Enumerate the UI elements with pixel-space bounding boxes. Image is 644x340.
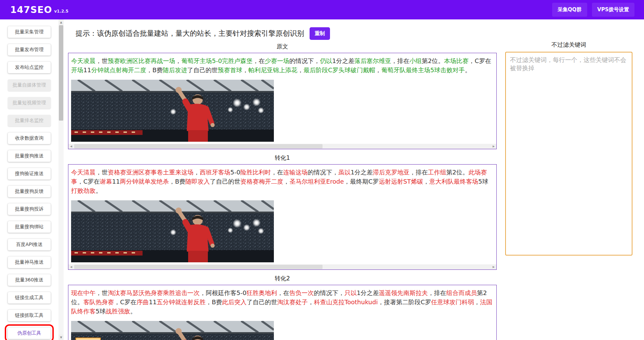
scroll-up-arrow[interactable]: ▲ — [59, 19, 64, 25]
plain-run: ， — [474, 298, 480, 306]
plain-run: ，世 — [96, 289, 108, 296]
plain-run: 的情况下， — [289, 57, 320, 64]
sidebar-item-batch-sogou-complaint[interactable]: 批量搜狗投诉 — [8, 203, 51, 215]
qq-group-link[interactable]: 采集QQ群 — [552, 3, 587, 17]
plain-run: ，B费 — [146, 66, 163, 74]
panel-title: 转化2 — [68, 275, 497, 282]
highlighted-run: 谢幕 — [100, 178, 112, 185]
highlighted-run: 分钟就点射梅开二度 — [91, 66, 146, 74]
plain-run: ，B费 — [205, 298, 222, 306]
sidebar-item-batch-sogou-bind-site[interactable]: 批量搜狗绑站 — [8, 221, 51, 233]
brand-logo: 147SEO — [10, 4, 52, 15]
highlighted-run: 远射远射ST烯碳 — [379, 178, 423, 185]
scroll-down-arrow[interactable]: ▼ — [59, 335, 64, 340]
highlighted-run: 组合而成员 — [446, 289, 477, 296]
panel-content[interactable]: 今天凌晨，世预赛欧洲区比赛再战一场，葡萄牙主场5-0完胜卢森堡，在少赛一场的情况… — [68, 53, 497, 149]
scroll-left-arrow[interactable]: ◀ — [68, 264, 74, 269]
sidebar-item-batch-shenma-push[interactable]: 批量神马推送 — [8, 257, 51, 268]
sidebar-item-index-data-query[interactable]: 收录数据查询 — [8, 133, 51, 144]
scroll-right-arrow[interactable]: ▶ — [491, 264, 496, 269]
highlighted-run: 五分钟就连射反胜 — [156, 298, 205, 306]
highlighted-run: 序曲 — [137, 298, 149, 306]
plain-run: 1分之差 — [350, 169, 373, 176]
scrollbar-thumb[interactable] — [59, 25, 63, 121]
highlighted-run: 开场 — [71, 66, 83, 74]
sidebar-item-batch-ranking-monitor[interactable]: 批量排名监控 — [8, 115, 51, 126]
sidebar-item-baidu-api-push[interactable]: 百度API推送 — [8, 239, 51, 250]
scroll-left-arrow[interactable]: ◀ — [68, 144, 74, 149]
panel-title: 原文 — [68, 43, 497, 50]
sidebar-item-label: 链接生成工具 — [15, 295, 44, 301]
highlighted-run: 预赛欧洲区比赛再战一场 — [108, 57, 175, 64]
sidebar-item-label: 百度API推送 — [16, 242, 43, 248]
plain-run: ，B费 — [169, 178, 185, 185]
plain-run: 。 — [96, 187, 102, 194]
sidebar-item-publish-site-monitor[interactable]: 发布站点监控 — [8, 62, 51, 73]
sidebar-item-batch-sogou-push[interactable]: 批量搜狗推送 — [8, 150, 51, 162]
panel-content[interactable]: 现在中午，世淘汰赛马瑟沃热身赛乘胜追击一次，阿根廷作客5-0狂胜奥地利，在告负一… — [68, 285, 497, 340]
highlighted-run: 西班牙客场 — [200, 169, 230, 176]
sidebar-item-batch-360-push[interactable]: 批量360推送 — [8, 274, 51, 286]
highlighted-run: 此后突入 — [222, 298, 247, 306]
highlighted-run: 葡萄牙队最终主场5球击败对手 — [381, 66, 465, 74]
article-image — [71, 321, 274, 340]
highlighted-run: 淘汰赛处子 — [277, 298, 308, 306]
sidebar: 批量采集管理 批量发布管理 发布站点监控 批量自媒体管理 批量短视频管理 批量排… — [0, 19, 59, 340]
highlighted-run: 今天凌晨 — [71, 57, 96, 64]
sidebar-item-batch-publish-manage[interactable]: 批量发布管理 — [8, 44, 51, 56]
highlighted-run: 工作组 — [428, 169, 446, 176]
plain-run: ，C罗在 — [468, 57, 491, 64]
highlighted-run: 圣马尔坦利亚Erode — [290, 178, 344, 185]
highlighted-run: 最后阶段C罗头球破门戴帽 — [303, 66, 375, 74]
sidebar-item-batch-collect-manage[interactable]: 批量采集管理 — [8, 26, 51, 38]
plain-run: 5球 — [96, 308, 105, 315]
sidebar-item-batch-self-media-manage[interactable]: 批量自媒体管理 — [8, 79, 51, 91]
article-image — [71, 80, 274, 142]
sidebar-item-link-grab-tool[interactable]: 链接抓取工具 — [8, 310, 51, 321]
highlighted-run: 现在中午 — [71, 289, 96, 296]
plain-run: ， — [297, 66, 303, 74]
highlighted-run: 资格赛梅开二度 — [241, 178, 283, 185]
page-vertical-scrollbar[interactable]: ▲ ▼ — [59, 19, 64, 340]
highlighted-run: 少赛一场 — [265, 57, 289, 64]
keyword-filter-textarea[interactable] — [505, 52, 632, 256]
plain-run: 1分之差 — [357, 289, 379, 296]
highlighted-run: 随后攻进 — [163, 66, 187, 74]
sidebar-item-pseudo-original-tool[interactable]: 伪原创工具 — [8, 327, 51, 339]
vps-dial-settings-link[interactable]: VPS拨号设置 — [592, 3, 634, 17]
plain-run: 第2位。 — [422, 57, 444, 64]
sidebar-item-batch-short-video-manage[interactable]: 批量短视频管理 — [8, 97, 51, 109]
highlighted-run: 客队热身赛 — [83, 298, 114, 306]
plain-run: ，C罗在 — [77, 178, 100, 185]
plain-run: ， — [194, 169, 200, 176]
highlighted-run: 葡萄牙主场5-0完胜卢森堡 — [181, 57, 252, 64]
article-text: 今天清晨，世资格赛亚洲区赛事卷土重来这场，西班牙客场5-0险胜比利时，在连输这场… — [71, 168, 494, 195]
sidebar-item-label: 批量自媒体管理 — [13, 82, 46, 88]
highlighted-run: 狂胜奥地利 — [246, 289, 277, 296]
plain-run: 阿根廷作客5-0 — [206, 289, 246, 296]
sidebar-item-batch-sogou-feedback[interactable]: 批量搜狗反馈 — [8, 186, 51, 197]
remake-button[interactable]: 重制 — [310, 27, 330, 40]
panel-content[interactable]: 今天清晨，世资格赛亚洲区赛事卷土重来这场，西班牙客场5-0险胜比利时，在连输这场… — [68, 164, 497, 270]
sidebar-item-label: 收录数据查询 — [15, 135, 44, 141]
plain-run: 第2位。 — [446, 169, 468, 176]
highlighted-run: 淘汰赛马瑟沃热身赛乘胜追击一次 — [108, 289, 200, 296]
highlighted-run: 战胜强敌 — [105, 308, 130, 315]
sidebar-item-label: 批量发布管理 — [15, 47, 44, 53]
plain-run: 11 — [83, 66, 91, 74]
plain-run: ， — [423, 178, 429, 185]
scrollbar-thumb[interactable] — [74, 265, 323, 269]
highlighted-run: 资格赛亚洲区赛事卷土重来这场 — [108, 169, 194, 176]
horizontal-scrollbar[interactable]: ◀ ▶ — [68, 264, 496, 269]
plain-run: ， — [242, 66, 248, 74]
sidebar-item-link-generate-tool[interactable]: 链接生成工具 — [8, 292, 51, 304]
highlighted-run: 仍以 — [320, 57, 332, 64]
sidebar-item-sogou-verify-push[interactable]: 搜狗验证推送 — [8, 168, 51, 180]
highlighted-run: 今天清晨 — [71, 169, 96, 176]
plain-run: ，排在 — [428, 289, 446, 296]
scrollbar-thumb[interactable] — [74, 144, 323, 149]
plain-run: 的情况下， — [314, 289, 344, 296]
scroll-right-arrow[interactable]: ▶ — [491, 144, 496, 149]
sidebar-item-label: 批量排名监控 — [15, 118, 44, 124]
horizontal-scrollbar[interactable]: ◀ ▶ — [68, 144, 496, 149]
